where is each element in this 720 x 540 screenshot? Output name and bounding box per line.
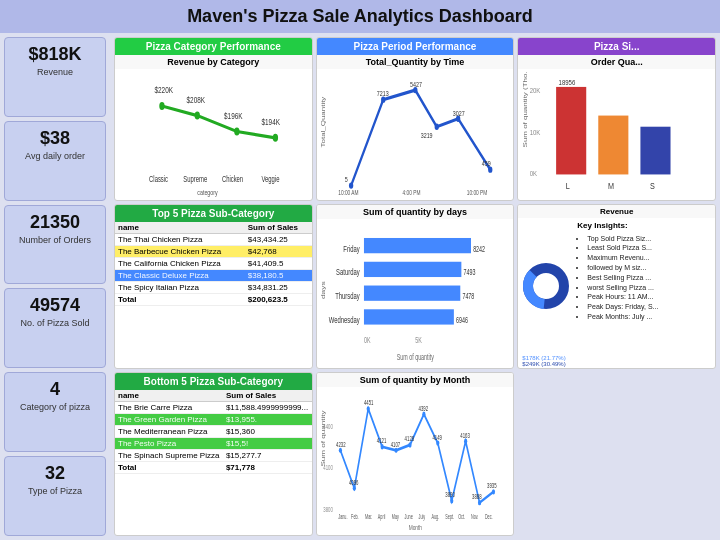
svg-text:0K: 0K: [364, 336, 371, 346]
panel-revenue-insights: Revenue Key Insights: Top: [517, 204, 716, 368]
donut-area: [518, 218, 573, 353]
top5-table: name Sum of Sales The Thai Chicken Pizza…: [115, 222, 312, 306]
svg-point-71: [408, 442, 411, 447]
table-row: The Spicy Italian Pizza$34,831.25: [115, 282, 312, 294]
insight-item: Best Selling Pizza ...: [587, 273, 711, 283]
panel-qty-days: Sum of quantity by days Sum of quantity …: [316, 204, 515, 368]
dashboard: Maven's Pizza Sale Analytics Dashboard $…: [0, 0, 720, 540]
table-row: The California Chicken Pizza$41,409.5: [115, 258, 312, 270]
kpi-label: Revenue: [9, 67, 101, 77]
panel-pizza-size: Pizza Si... Order Qua... Sum of quantity…: [517, 37, 716, 201]
insight-item: Peak Days: Friday, S...: [587, 302, 711, 312]
svg-point-73: [436, 440, 439, 445]
svg-text:5427: 5427: [410, 80, 422, 88]
svg-text:Saturday: Saturday: [336, 267, 360, 278]
insight-item: Peak Months: July ...: [587, 312, 711, 322]
kpi-card-1: $38Avg daily order: [4, 121, 106, 201]
kpi-value: $38: [9, 128, 101, 149]
svg-point-67: [352, 485, 355, 490]
table-row: The Green Garden Pizza$13,955.: [115, 413, 312, 425]
panel-size-header: Pizza Si...: [518, 38, 715, 55]
revenue-by-category-chart: Sum of Sales $220K $208K $196K $194K: [115, 69, 312, 200]
svg-text:Friday: Friday: [343, 244, 359, 255]
svg-text:$220K: $220K: [154, 85, 173, 96]
svg-text:4128: 4128: [404, 435, 414, 442]
col-sales: Sum of Sales: [245, 222, 312, 234]
order-qty-title: Order Qua...: [518, 55, 715, 69]
svg-text:18956: 18956: [559, 79, 576, 87]
svg-text:Sum of quantity: Sum of quantity: [321, 409, 327, 466]
svg-rect-54: [364, 310, 454, 325]
table-row: The Spinach Supreme Pizza$15,277.7: [115, 449, 312, 461]
svg-point-74: [450, 498, 453, 503]
panel-qty-month: Sum of quantity by Month Month Sum of qu…: [316, 372, 515, 536]
kpi-value: 49574: [9, 295, 101, 316]
qty-month-chart: Month Sum of quantity 3800 4100 4400: [317, 387, 514, 535]
svg-rect-51: [364, 286, 460, 301]
svg-text:April: April: [378, 512, 385, 519]
col-sales-b: Sum of Sales: [223, 390, 312, 402]
insights-title: Key Insights:: [577, 220, 711, 231]
svg-text:Feb.: Feb.: [351, 512, 358, 519]
svg-point-69: [380, 444, 383, 449]
svg-point-75: [464, 438, 467, 443]
table-row: Total$71,778: [115, 461, 312, 473]
svg-point-18: [434, 124, 438, 130]
svg-text:3027: 3027: [452, 109, 464, 117]
svg-text:7478: 7478: [462, 292, 474, 302]
svg-point-6: [195, 112, 200, 120]
svg-rect-33: [599, 116, 629, 175]
kpi-card-4: 4Category of pizza: [4, 372, 106, 452]
top5-table-content: name Sum of Sales The Thai Chicken Pizza…: [115, 222, 312, 367]
order-qty-chart: Sum of quantity (Tho... 18956 L M S 0K: [518, 69, 715, 200]
svg-text:3800: 3800: [323, 505, 333, 512]
svg-text:Veggie: Veggie: [261, 174, 279, 185]
kpi-card-2: 21350Number of Orders: [4, 205, 106, 285]
svg-rect-45: [364, 238, 471, 253]
svg-text:8242: 8242: [473, 245, 485, 255]
svg-text:S: S: [650, 180, 655, 191]
svg-text:Nov.: Nov.: [471, 512, 478, 519]
svg-point-77: [492, 489, 495, 494]
svg-rect-48: [364, 262, 461, 277]
svg-text:Wednesday: Wednesday: [328, 315, 359, 326]
svg-text:Chicken: Chicken: [222, 174, 243, 185]
qty-by-time-title: Total_Quantity by Time: [317, 55, 514, 69]
svg-text:Oct.: Oct.: [458, 512, 465, 519]
revenue-pct-title: Revenue: [518, 205, 715, 218]
svg-text:Classic: Classic: [149, 174, 168, 185]
kpi-label: Type of Pizza: [9, 486, 101, 496]
svg-text:Aug.: Aug.: [431, 512, 439, 519]
svg-text:May: May: [391, 512, 398, 519]
content-area: $818KRevenue$38Avg daily order21350Numbe…: [0, 33, 720, 540]
svg-text:6946: 6946: [456, 316, 468, 326]
kpi-label: Category of pizza: [9, 402, 101, 412]
svg-point-7: [234, 128, 239, 136]
svg-text:4451: 4451: [364, 399, 374, 406]
kpi-column: $818KRevenue$38Avg daily order21350Numbe…: [0, 33, 110, 540]
svg-text:4:00 PM: 4:00 PM: [402, 188, 420, 196]
svg-point-72: [422, 411, 425, 416]
svg-text:4392: 4392: [418, 404, 428, 411]
svg-text:0K: 0K: [530, 169, 538, 177]
svg-point-66: [338, 447, 341, 452]
svg-text:Total_Quantity: Total_Quantity: [320, 96, 326, 147]
svg-text:category: category: [197, 188, 218, 197]
kpi-value: 21350: [9, 212, 101, 233]
panel-category-performance: Pizza Category Performance Revenue by Ca…: [114, 37, 313, 201]
svg-text:7213: 7213: [376, 89, 388, 97]
kpi-card-3: 49574No. of Pizza Sold: [4, 288, 106, 368]
insight-item: Least Sold Pizza S...: [587, 243, 711, 253]
svg-text:4163: 4163: [460, 431, 470, 438]
svg-text:Month: Month: [408, 522, 422, 531]
svg-text:3219: 3219: [420, 131, 432, 139]
bottom5-table: name Sum of Sales The Brie Carre Pizza$1…: [115, 390, 312, 474]
month-chart-svg: Month Sum of quantity 3800 4100 4400: [319, 389, 512, 533]
donut-svg: [521, 261, 571, 311]
svg-text:$194K: $194K: [261, 117, 280, 128]
svg-text:June: June: [404, 512, 412, 519]
svg-point-68: [366, 406, 369, 411]
insight-item: Top Sold Pizza Siz...: [587, 234, 711, 244]
panel-bottom5-header: Bottom 5 Pizza Sub-Category: [115, 373, 312, 390]
svg-text:3888: 3888: [472, 493, 482, 500]
